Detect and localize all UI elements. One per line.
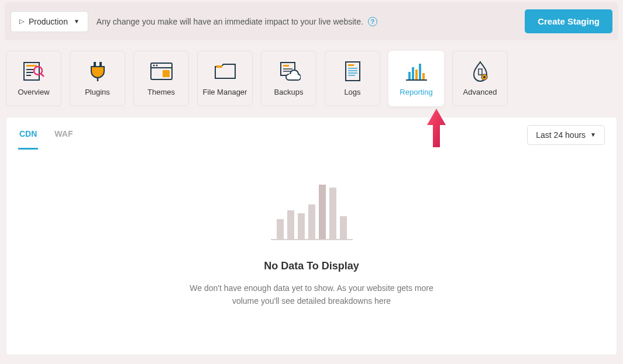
svg-rect-30: [419, 64, 421, 79]
nav-label: Overview: [18, 88, 49, 96]
nav-label: Advanced: [463, 88, 497, 96]
caret-down-icon: ▼: [74, 18, 80, 25]
svg-rect-17: [283, 65, 289, 67]
empty-description: We don't have enough data yet to show. A…: [183, 282, 440, 308]
nav-tile-plugins[interactable]: Plugins: [70, 51, 125, 106]
reporting-icon: [405, 61, 428, 82]
help-icon[interactable]: ?: [368, 17, 377, 26]
svg-rect-1: [26, 65, 37, 67]
nav-label: Reporting: [400, 88, 432, 96]
nav-tile-overview[interactable]: Overview: [6, 51, 61, 106]
play-icon: ▷: [19, 18, 24, 25]
backups-icon: [277, 61, 301, 82]
sub-tabs-row: CDN WAF Last 24 hours ▼: [6, 117, 617, 150]
empty-state: No Data To Display We don't have enough …: [6, 150, 617, 355]
logs-icon: [341, 61, 364, 82]
nav-tiles: Overview Plugins Themes: [0, 40, 623, 117]
environment-label: Production: [29, 17, 68, 26]
svg-rect-28: [412, 67, 414, 79]
svg-point-13: [156, 65, 157, 67]
svg-rect-14: [163, 70, 170, 77]
svg-line-6: [41, 74, 44, 77]
tab-cdn[interactable]: CDN: [18, 123, 38, 150]
nav-label: Plugins: [85, 88, 110, 96]
notice-text: Any change you make will have an immedia…: [97, 17, 363, 26]
svg-rect-8: [99, 62, 102, 67]
advanced-icon: [469, 61, 492, 82]
create-staging-button[interactable]: Create Staging: [525, 9, 612, 33]
sub-tabs: CDN WAF: [18, 123, 74, 150]
svg-rect-15: [216, 65, 222, 68]
svg-rect-29: [415, 70, 418, 79]
svg-rect-21: [348, 64, 354, 66]
nav-label: Logs: [344, 88, 360, 96]
svg-rect-7: [94, 62, 96, 67]
overview-icon: [22, 61, 46, 82]
nav-tile-advanced[interactable]: Advanced: [452, 51, 508, 106]
svg-rect-32: [479, 69, 482, 75]
nav-label: File Manager: [203, 88, 247, 96]
file-manager-icon: [214, 61, 237, 82]
svg-rect-31: [422, 73, 425, 79]
notice-message: Any change you make will have an immedia…: [97, 17, 517, 26]
nav-tile-logs[interactable]: Logs: [325, 51, 380, 106]
svg-point-12: [153, 65, 154, 67]
nav-tile-file-manager[interactable]: File Manager: [197, 51, 253, 106]
svg-point-5: [34, 67, 42, 75]
tab-waf[interactable]: WAF: [53, 123, 74, 150]
caret-down-icon: ▼: [590, 131, 596, 138]
nav-label: Backups: [274, 88, 304, 96]
environment-dropdown[interactable]: ▷ Production ▼: [11, 11, 88, 32]
svg-rect-27: [408, 72, 411, 79]
top-bar: ▷ Production ▼ Any change you make will …: [5, 2, 618, 40]
empty-title: No Data To Display: [18, 260, 605, 272]
nav-label: Themes: [147, 88, 175, 96]
plugins-icon: [86, 61, 109, 82]
nav-tile-backups[interactable]: Backups: [261, 51, 316, 106]
themes-icon: [150, 61, 173, 82]
time-range-dropdown[interactable]: Last 24 hours ▼: [527, 125, 605, 145]
time-range-label: Last 24 hours: [536, 130, 586, 140]
nav-tile-reporting[interactable]: Reporting: [388, 51, 444, 106]
content-panel: CDN WAF Last 24 hours ▼ No Data To Displ…: [6, 117, 617, 355]
nav-tile-themes[interactable]: Themes: [133, 51, 189, 106]
svg-point-34: [483, 76, 486, 78]
empty-chart-icon: [271, 182, 353, 240]
